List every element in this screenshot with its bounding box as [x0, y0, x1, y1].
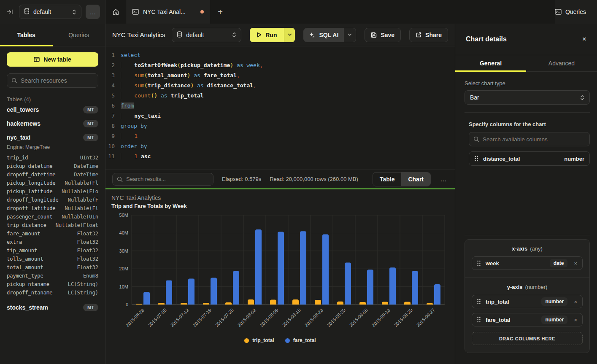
code-line: 6from — [105, 101, 455, 111]
tab-strip: NYC Taxi Anal... + — [105, 0, 555, 24]
view-toggle: Table Chart — [373, 172, 431, 186]
column-row[interactable]: pickup_ntanameLC(String) — [7, 280, 98, 289]
results-search-input[interactable] — [112, 173, 213, 186]
updown-chevron-icon — [580, 95, 584, 100]
column-row[interactable]: fare_amountFloat32 — [7, 229, 98, 238]
code-line: 9 1 — [105, 131, 455, 141]
column-row[interactable]: passenger_countNullable(UIn — [7, 213, 98, 221]
column-type: UInt32 — [80, 155, 98, 161]
bar-chart: 010M20M30M40M50M2015-06-282015-07-052015… — [111, 212, 449, 337]
column-row[interactable]: dropoff_longitudeNullable(F — [7, 196, 98, 204]
tab-nyc-taxi-analytics[interactable]: NYC Taxi Anal... — [126, 0, 210, 24]
run-button-group: Run — [250, 28, 295, 42]
column-search-input[interactable] — [469, 132, 590, 146]
legend-item[interactable]: fare_total — [285, 337, 316, 343]
results-more-button[interactable]: … — [439, 175, 448, 183]
column-row[interactable]: tip_amountFloat32 — [7, 246, 98, 255]
code-line: 5 count() as trip_total — [105, 91, 455, 101]
sql-editor[interactable]: 1select2 toStartOfWeek(pickup_datetime) … — [105, 46, 455, 170]
legend-dot-icon — [244, 338, 249, 343]
legend-label: fare_total — [293, 337, 316, 343]
column-row[interactable]: tolls_amountFloat32 — [7, 255, 98, 263]
type-badge: number — [541, 315, 567, 324]
column-name: pickup_datetime — [7, 163, 52, 169]
home-button[interactable] — [105, 0, 126, 24]
table-name: nyc_taxi — [7, 134, 30, 141]
remove-icon[interactable]: × — [572, 317, 579, 323]
drag-handle-icon — [477, 260, 481, 266]
queries-button[interactable]: Queries — [555, 8, 586, 15]
chart-details-panel: Chart details × General Advanced Select … — [455, 24, 597, 364]
remove-icon[interactable]: × — [572, 299, 579, 305]
sidebar-more-button[interactable]: … — [86, 5, 100, 19]
header-right: Queries — [555, 0, 597, 24]
sidebar: Tables Queries New table Tables (4) cell… — [0, 24, 105, 364]
column-name: dropoff_ntaname — [7, 290, 52, 296]
app-window: default … NYC Taxi Anal... + Queries — [0, 0, 597, 364]
legend-item[interactable]: trip_total — [244, 337, 274, 343]
results-search — [112, 173, 213, 186]
column-row[interactable]: pickup_datetimeDateTime — [7, 162, 98, 170]
column-row[interactable]: trip_idUInt32 — [7, 154, 98, 162]
svg-text:2015-08-02: 2015-08-02 — [237, 307, 257, 328]
database-selector[interactable]: default — [19, 5, 81, 19]
column-row[interactable]: extraFloat32 — [7, 238, 98, 246]
column-name: payment_type — [7, 273, 43, 279]
table-item[interactable]: cell_towersMT — [7, 102, 98, 116]
header-left: default … — [0, 0, 105, 24]
sidebar-tab-tables[interactable]: Tables — [0, 24, 53, 46]
details-tab-general[interactable]: General — [455, 55, 526, 71]
close-icon[interactable]: × — [582, 35, 586, 43]
new-table-button[interactable]: New table — [7, 52, 98, 67]
svg-text:2015-08-09: 2015-08-09 — [259, 307, 279, 328]
type-label: number — [564, 156, 584, 162]
collapse-sidebar-icon[interactable] — [5, 7, 15, 16]
column-row[interactable]: total_amountFloat32 — [7, 263, 98, 272]
resource-search-input[interactable] — [7, 73, 98, 88]
drop-zone[interactable]: DRAG COLUMNS HERE — [472, 332, 583, 345]
sql-ai-button-group: SQL AI — [303, 28, 356, 42]
x-axis-hint: (any) — [530, 245, 543, 252]
column-type: Nullable(Float — [56, 222, 98, 228]
engine-detail: Engine: MergeTree — [7, 144, 98, 154]
table-view-button[interactable]: Table — [373, 173, 402, 186]
column-name: tolls_amount — [7, 256, 43, 262]
details-tab-advanced[interactable]: Advanced — [526, 55, 597, 71]
column-chip-week[interactable]: weekdate× — [472, 256, 583, 270]
remove-icon[interactable]: × — [572, 260, 579, 267]
column-row[interactable]: pickup_latitudeNullable(Flo — [7, 187, 98, 196]
column-type: Nullable(F — [68, 197, 98, 203]
column-name: dropoff_datetime — [7, 172, 56, 178]
toolbar-database-selector[interactable]: default — [172, 28, 241, 42]
table-item[interactable]: stocks_streamMT — [7, 300, 98, 314]
column-row[interactable]: pickup_longitudeNullable(Fl — [7, 179, 98, 187]
queries-label: Queries — [565, 8, 586, 15]
updown-chevron-icon — [72, 9, 76, 15]
column-chip-trip_total[interactable]: trip_totalnumber× — [472, 295, 583, 308]
svg-text:0: 0 — [126, 302, 128, 307]
chart-type-select[interactable]: Bar — [465, 90, 590, 105]
run-button[interactable]: Run — [250, 28, 284, 42]
column-chip-distance_total[interactable]: distance_totalnumber — [469, 151, 590, 166]
sidebar-tab-queries[interactable]: Queries — [53, 24, 105, 46]
table-item[interactable]: hackernewsMT — [7, 116, 98, 130]
type-badge: date — [550, 259, 568, 267]
svg-text:2015-06-28: 2015-06-28 — [125, 307, 145, 328]
run-options-button[interactable] — [284, 28, 295, 42]
column-row[interactable]: payment_typeEnum8 — [7, 272, 98, 280]
table-item[interactable]: nyc_taxiMT — [7, 130, 98, 144]
column-row[interactable]: dropoff_latitudeNullable(Fl — [7, 204, 98, 213]
save-button[interactable]: Save — [365, 28, 401, 42]
column-row[interactable]: dropoff_ntanameLC(String) — [7, 289, 98, 297]
column-chip-fare_total[interactable]: fare_totalnumber× — [472, 313, 583, 326]
sql-ai-options-button[interactable] — [344, 28, 356, 42]
search-icon — [11, 78, 17, 84]
sql-ai-button[interactable]: SQL AI — [304, 28, 344, 42]
new-tab-button[interactable]: + — [210, 0, 230, 24]
chart-view-button[interactable]: Chart — [401, 173, 430, 186]
svg-text:2015-08-23: 2015-08-23 — [304, 307, 324, 328]
column-row[interactable]: trip_distanceNullable(Float — [7, 221, 98, 229]
share-button[interactable]: Share — [409, 28, 448, 42]
column-name: fare_amount — [7, 231, 40, 237]
column-row[interactable]: dropoff_datetimeDateTime — [7, 170, 98, 179]
